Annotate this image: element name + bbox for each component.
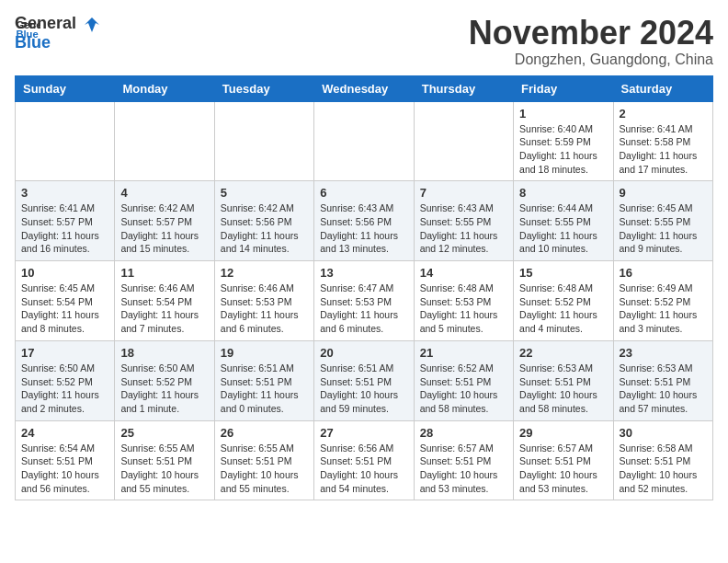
day-info: Sunrise: 6:53 AMSunset: 5:51 PMDaylight:… bbox=[620, 362, 707, 416]
day-info: Sunrise: 6:55 AMSunset: 5:51 PMDaylight:… bbox=[221, 442, 308, 496]
day-number: 17 bbox=[21, 346, 108, 360]
svg-marker-3 bbox=[85, 17, 99, 32]
day-info: Sunrise: 6:52 AMSunset: 5:51 PMDaylight:… bbox=[420, 362, 507, 416]
day-info: Sunrise: 6:50 AMSunset: 5:52 PMDaylight:… bbox=[120, 362, 208, 416]
calendar-week-4: 17Sunrise: 6:50 AMSunset: 5:52 PMDayligh… bbox=[16, 340, 713, 420]
day-info: Sunrise: 6:46 AMSunset: 5:54 PMDaylight:… bbox=[120, 282, 208, 336]
day-info: Sunrise: 6:54 AMSunset: 5:51 PMDaylight:… bbox=[21, 442, 108, 496]
col-monday: Monday bbox=[115, 75, 214, 101]
table-row: 21Sunrise: 6:52 AMSunset: 5:51 PMDayligh… bbox=[414, 340, 513, 420]
table-row: 22Sunrise: 6:53 AMSunset: 5:51 PMDayligh… bbox=[514, 340, 613, 420]
table-row: 6Sunrise: 6:43 AMSunset: 5:56 PMDaylight… bbox=[314, 181, 414, 261]
day-number: 29 bbox=[519, 426, 607, 440]
table-row: 4Sunrise: 6:42 AMSunset: 5:57 PMDaylight… bbox=[115, 181, 214, 261]
day-number: 5 bbox=[221, 186, 308, 200]
table-row: 16Sunrise: 6:49 AMSunset: 5:52 PMDayligh… bbox=[613, 261, 712, 341]
logo-blue: Blue bbox=[15, 33, 51, 52]
table-row: 24Sunrise: 6:54 AMSunset: 5:51 PMDayligh… bbox=[16, 420, 115, 500]
table-row: 17Sunrise: 6:50 AMSunset: 5:52 PMDayligh… bbox=[16, 340, 115, 420]
table-row: 18Sunrise: 6:50 AMSunset: 5:52 PMDayligh… bbox=[115, 340, 214, 420]
logo-general: General bbox=[15, 14, 76, 32]
calendar-week-2: 3Sunrise: 6:41 AMSunset: 5:57 PMDaylight… bbox=[16, 181, 713, 261]
table-row: 26Sunrise: 6:55 AMSunset: 5:51 PMDayligh… bbox=[214, 420, 313, 500]
table-row: 5Sunrise: 6:42 AMSunset: 5:56 PMDaylight… bbox=[214, 181, 313, 261]
table-row: 30Sunrise: 6:58 AMSunset: 5:51 PMDayligh… bbox=[613, 420, 712, 500]
day-number: 1 bbox=[519, 107, 607, 121]
table-row: 28Sunrise: 6:57 AMSunset: 5:51 PMDayligh… bbox=[414, 420, 513, 500]
day-info: Sunrise: 6:55 AMSunset: 5:51 PMDaylight:… bbox=[120, 442, 208, 496]
table-row bbox=[16, 101, 115, 181]
day-number: 25 bbox=[120, 426, 208, 440]
day-number: 30 bbox=[620, 426, 707, 440]
day-number: 24 bbox=[21, 426, 108, 440]
day-number: 4 bbox=[120, 186, 208, 200]
day-info: Sunrise: 6:50 AMSunset: 5:52 PMDaylight:… bbox=[21, 362, 108, 416]
table-row: 8Sunrise: 6:44 AMSunset: 5:55 PMDaylight… bbox=[514, 181, 613, 261]
day-info: Sunrise: 6:57 AMSunset: 5:51 PMDaylight:… bbox=[519, 442, 607, 496]
table-row: 25Sunrise: 6:55 AMSunset: 5:51 PMDayligh… bbox=[115, 420, 214, 500]
logo-bird-icon bbox=[83, 16, 101, 34]
day-number: 14 bbox=[420, 266, 507, 280]
day-number: 20 bbox=[320, 346, 407, 360]
day-number: 8 bbox=[519, 186, 607, 200]
day-info: Sunrise: 6:45 AMSunset: 5:55 PMDaylight:… bbox=[620, 201, 707, 256]
day-number: 6 bbox=[320, 186, 407, 200]
day-info: Sunrise: 6:40 AMSunset: 5:59 PMDaylight:… bbox=[519, 122, 607, 177]
day-info: Sunrise: 6:51 AMSunset: 5:51 PMDaylight:… bbox=[320, 362, 407, 416]
table-row: 23Sunrise: 6:53 AMSunset: 5:51 PMDayligh… bbox=[613, 340, 712, 420]
table-row: 13Sunrise: 6:47 AMSunset: 5:53 PMDayligh… bbox=[314, 261, 414, 341]
col-sunday: Sunday bbox=[16, 75, 115, 101]
title-block: November 2024 Dongzhen, Guangdong, China bbox=[469, 15, 713, 68]
table-row: 11Sunrise: 6:46 AMSunset: 5:54 PMDayligh… bbox=[115, 261, 214, 341]
day-info: Sunrise: 6:46 AMSunset: 5:53 PMDaylight:… bbox=[221, 282, 308, 336]
day-number: 13 bbox=[320, 266, 407, 280]
day-number: 11 bbox=[120, 266, 208, 280]
calendar-week-5: 24Sunrise: 6:54 AMSunset: 5:51 PMDayligh… bbox=[16, 420, 713, 500]
day-number: 26 bbox=[221, 426, 308, 440]
day-number: 28 bbox=[420, 426, 507, 440]
table-row: 1Sunrise: 6:40 AMSunset: 5:59 PMDaylight… bbox=[514, 101, 613, 181]
table-row: 19Sunrise: 6:51 AMSunset: 5:51 PMDayligh… bbox=[214, 340, 313, 420]
table-row: 7Sunrise: 6:43 AMSunset: 5:55 PMDaylight… bbox=[414, 181, 513, 261]
day-info: Sunrise: 6:58 AMSunset: 5:51 PMDaylight:… bbox=[620, 442, 707, 496]
calendar-week-1: 1Sunrise: 6:40 AMSunset: 5:59 PMDaylight… bbox=[16, 101, 713, 181]
location-title: Dongzhen, Guangdong, China bbox=[469, 52, 713, 68]
table-row: 15Sunrise: 6:48 AMSunset: 5:52 PMDayligh… bbox=[514, 261, 613, 341]
table-row: 10Sunrise: 6:45 AMSunset: 5:54 PMDayligh… bbox=[16, 261, 115, 341]
day-info: Sunrise: 6:43 AMSunset: 5:55 PMDaylight:… bbox=[420, 201, 507, 256]
table-row bbox=[214, 101, 313, 181]
day-number: 12 bbox=[221, 266, 308, 280]
day-info: Sunrise: 6:51 AMSunset: 5:51 PMDaylight:… bbox=[221, 362, 308, 416]
day-info: Sunrise: 6:57 AMSunset: 5:51 PMDaylight:… bbox=[420, 442, 507, 496]
month-title: November 2024 bbox=[469, 15, 713, 52]
col-wednesday: Wednesday bbox=[314, 75, 414, 101]
table-row: 3Sunrise: 6:41 AMSunset: 5:57 PMDaylight… bbox=[16, 181, 115, 261]
day-info: Sunrise: 6:41 AMSunset: 5:57 PMDaylight:… bbox=[21, 201, 108, 256]
day-number: 23 bbox=[620, 346, 707, 360]
day-info: Sunrise: 6:53 AMSunset: 5:51 PMDaylight:… bbox=[519, 362, 607, 416]
col-saturday: Saturday bbox=[613, 75, 712, 101]
day-number: 10 bbox=[21, 266, 108, 280]
day-info: Sunrise: 6:47 AMSunset: 5:53 PMDaylight:… bbox=[320, 282, 407, 336]
table-row bbox=[414, 101, 513, 181]
calendar-container: Sunday Monday Tuesday Wednesday Thursday… bbox=[15, 75, 713, 501]
table-row bbox=[115, 101, 214, 181]
day-info: Sunrise: 6:48 AMSunset: 5:52 PMDaylight:… bbox=[519, 282, 607, 336]
day-info: Sunrise: 6:43 AMSunset: 5:56 PMDaylight:… bbox=[320, 201, 407, 256]
col-thursday: Thursday bbox=[414, 75, 513, 101]
col-friday: Friday bbox=[514, 75, 613, 101]
table-row: 12Sunrise: 6:46 AMSunset: 5:53 PMDayligh… bbox=[214, 261, 313, 341]
day-number: 3 bbox=[21, 186, 108, 200]
day-info: Sunrise: 6:45 AMSunset: 5:54 PMDaylight:… bbox=[21, 282, 108, 336]
table-row: 9Sunrise: 6:45 AMSunset: 5:55 PMDaylight… bbox=[613, 181, 712, 261]
day-info: Sunrise: 6:42 AMSunset: 5:57 PMDaylight:… bbox=[120, 201, 208, 256]
day-number: 18 bbox=[120, 346, 208, 360]
day-number: 21 bbox=[420, 346, 507, 360]
day-info: Sunrise: 6:49 AMSunset: 5:52 PMDaylight:… bbox=[620, 282, 707, 336]
day-number: 22 bbox=[519, 346, 607, 360]
col-tuesday: Tuesday bbox=[214, 75, 313, 101]
calendar-table: Sunday Monday Tuesday Wednesday Thursday… bbox=[15, 75, 713, 501]
day-number: 27 bbox=[320, 426, 407, 440]
day-number: 16 bbox=[620, 266, 707, 280]
calendar-header-row: Sunday Monday Tuesday Wednesday Thursday… bbox=[16, 75, 713, 101]
